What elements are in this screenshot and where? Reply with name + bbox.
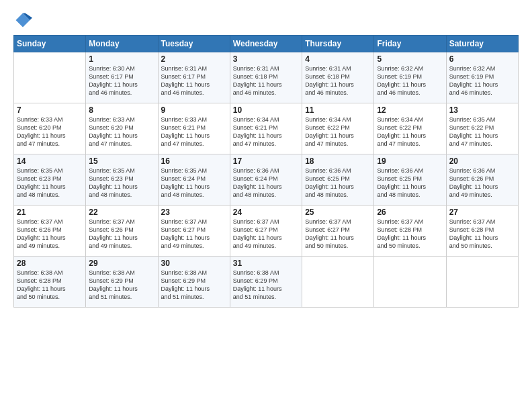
calendar-table: SundayMondayTuesdayWednesdayThursdayFrid…	[13, 35, 519, 308]
calendar-cell: 6Sunrise: 6:32 AM Sunset: 6:19 PM Daylig…	[446, 52, 518, 103]
day-info: Sunrise: 6:35 AM Sunset: 6:24 PM Dayligh…	[161, 167, 227, 199]
day-number: 16	[161, 156, 227, 166]
day-info: Sunrise: 6:31 AM Sunset: 6:18 PM Dayligh…	[233, 64, 299, 97]
calendar-cell: 22Sunrise: 6:37 AM Sunset: 6:26 PM Dayli…	[86, 205, 158, 257]
calendar-cell: 29Sunrise: 6:38 AM Sunset: 6:29 PM Dayli…	[86, 257, 158, 308]
week-row-1: 1Sunrise: 6:30 AM Sunset: 6:17 PM Daylig…	[14, 52, 519, 103]
calendar-cell: 12Sunrise: 6:34 AM Sunset: 6:22 PM Dayli…	[374, 103, 446, 154]
weekday-header-friday: Friday	[374, 36, 446, 52]
day-number: 27	[449, 208, 515, 217]
weekday-header-wednesday: Wednesday	[230, 36, 302, 52]
week-row-5: 28Sunrise: 6:38 AM Sunset: 6:28 PM Dayli…	[14, 257, 519, 308]
calendar-cell	[302, 257, 374, 308]
page: SundayMondayTuesdayWednesdayThursdayFrid…	[0, 0, 532, 411]
day-number: 23	[161, 208, 227, 217]
day-info: Sunrise: 6:30 AM Sunset: 6:17 PM Dayligh…	[89, 64, 154, 97]
day-number: 3	[233, 54, 299, 64]
weekday-header-thursday: Thursday	[302, 36, 374, 52]
week-row-2: 7Sunrise: 6:33 AM Sunset: 6:20 PM Daylig…	[14, 103, 519, 154]
calendar-cell: 16Sunrise: 6:35 AM Sunset: 6:24 PM Dayli…	[158, 154, 230, 205]
day-number: 11	[305, 105, 371, 115]
day-info: Sunrise: 6:33 AM Sunset: 6:21 PM Dayligh…	[161, 116, 227, 148]
calendar-cell: 25Sunrise: 6:37 AM Sunset: 6:27 PM Dayli…	[302, 205, 374, 257]
calendar-cell: 30Sunrise: 6:38 AM Sunset: 6:29 PM Dayli…	[158, 257, 230, 308]
header	[13, 11, 519, 30]
calendar-cell: 4Sunrise: 6:31 AM Sunset: 6:18 PM Daylig…	[302, 52, 374, 103]
day-number: 7	[17, 105, 83, 115]
day-info: Sunrise: 6:36 AM Sunset: 6:25 PM Dayligh…	[305, 167, 371, 199]
day-info: Sunrise: 6:36 AM Sunset: 6:24 PM Dayligh…	[233, 167, 299, 199]
calendar-cell: 1Sunrise: 6:30 AM Sunset: 6:17 PM Daylig…	[86, 52, 158, 103]
day-number: 4	[305, 54, 371, 64]
day-number: 31	[233, 259, 299, 268]
calendar-cell: 26Sunrise: 6:37 AM Sunset: 6:28 PM Dayli…	[374, 205, 446, 257]
day-info: Sunrise: 6:38 AM Sunset: 6:29 PM Dayligh…	[161, 269, 227, 302]
calendar-cell: 15Sunrise: 6:35 AM Sunset: 6:23 PM Dayli…	[86, 154, 158, 205]
calendar-cell: 20Sunrise: 6:36 AM Sunset: 6:26 PM Dayli…	[446, 154, 518, 205]
calendar-cell: 7Sunrise: 6:33 AM Sunset: 6:20 PM Daylig…	[14, 103, 86, 154]
day-number: 25	[305, 208, 371, 217]
day-info: Sunrise: 6:38 AM Sunset: 6:29 PM Dayligh…	[89, 269, 154, 302]
day-number: 17	[233, 156, 299, 166]
calendar-cell	[14, 52, 86, 103]
day-number: 24	[233, 208, 299, 217]
day-number: 15	[89, 156, 154, 166]
day-info: Sunrise: 6:34 AM Sunset: 6:21 PM Dayligh…	[233, 116, 299, 148]
logo	[13, 11, 35, 30]
day-number: 1	[89, 54, 154, 64]
calendar-cell: 2Sunrise: 6:31 AM Sunset: 6:17 PM Daylig…	[158, 52, 230, 103]
day-number: 8	[89, 105, 154, 115]
calendar-cell: 8Sunrise: 6:33 AM Sunset: 6:20 PM Daylig…	[86, 103, 158, 154]
calendar-cell: 19Sunrise: 6:36 AM Sunset: 6:25 PM Dayli…	[374, 154, 446, 205]
day-info: Sunrise: 6:36 AM Sunset: 6:26 PM Dayligh…	[449, 167, 515, 199]
day-number: 9	[161, 105, 227, 115]
day-number: 20	[449, 156, 515, 166]
day-info: Sunrise: 6:37 AM Sunset: 6:27 PM Dayligh…	[161, 218, 227, 250]
weekday-header-sunday: Sunday	[14, 36, 86, 52]
weekday-header-saturday: Saturday	[446, 36, 518, 52]
day-info: Sunrise: 6:37 AM Sunset: 6:28 PM Dayligh…	[377, 218, 443, 250]
week-row-4: 21Sunrise: 6:37 AM Sunset: 6:26 PM Dayli…	[14, 205, 519, 257]
day-info: Sunrise: 6:33 AM Sunset: 6:20 PM Dayligh…	[89, 116, 154, 148]
day-number: 19	[377, 156, 443, 166]
day-info: Sunrise: 6:38 AM Sunset: 6:29 PM Dayligh…	[233, 269, 299, 302]
day-info: Sunrise: 6:37 AM Sunset: 6:27 PM Dayligh…	[233, 218, 299, 250]
day-number: 5	[377, 54, 443, 64]
day-number: 6	[449, 54, 515, 64]
calendar-cell: 21Sunrise: 6:37 AM Sunset: 6:26 PM Dayli…	[14, 205, 86, 257]
calendar-cell: 9Sunrise: 6:33 AM Sunset: 6:21 PM Daylig…	[158, 103, 230, 154]
calendar-cell: 17Sunrise: 6:36 AM Sunset: 6:24 PM Dayli…	[230, 154, 302, 205]
day-info: Sunrise: 6:37 AM Sunset: 6:26 PM Dayligh…	[17, 218, 83, 250]
day-info: Sunrise: 6:31 AM Sunset: 6:17 PM Dayligh…	[161, 64, 227, 97]
weekday-header-monday: Monday	[86, 36, 158, 52]
day-info: Sunrise: 6:35 AM Sunset: 6:23 PM Dayligh…	[89, 167, 154, 199]
day-number: 26	[377, 208, 443, 217]
day-number: 12	[377, 105, 443, 115]
day-number: 21	[17, 208, 83, 217]
day-info: Sunrise: 6:35 AM Sunset: 6:23 PM Dayligh…	[17, 167, 83, 199]
logo-icon	[13, 11, 32, 30]
calendar-cell: 3Sunrise: 6:31 AM Sunset: 6:18 PM Daylig…	[230, 52, 302, 103]
weekday-header-tuesday: Tuesday	[158, 36, 230, 52]
day-info: Sunrise: 6:36 AM Sunset: 6:25 PM Dayligh…	[377, 167, 443, 199]
day-info: Sunrise: 6:31 AM Sunset: 6:18 PM Dayligh…	[305, 64, 371, 97]
day-number: 29	[89, 259, 154, 268]
day-info: Sunrise: 6:34 AM Sunset: 6:22 PM Dayligh…	[377, 116, 443, 148]
day-number: 2	[161, 54, 227, 64]
calendar-cell: 24Sunrise: 6:37 AM Sunset: 6:27 PM Dayli…	[230, 205, 302, 257]
day-info: Sunrise: 6:37 AM Sunset: 6:27 PM Dayligh…	[305, 218, 371, 250]
day-number: 18	[305, 156, 371, 166]
day-number: 28	[17, 259, 83, 268]
calendar-cell: 27Sunrise: 6:37 AM Sunset: 6:28 PM Dayli…	[446, 205, 518, 257]
day-info: Sunrise: 6:38 AM Sunset: 6:28 PM Dayligh…	[17, 269, 83, 302]
day-info: Sunrise: 6:33 AM Sunset: 6:20 PM Dayligh…	[17, 116, 83, 148]
day-number: 30	[161, 259, 227, 268]
calendar-cell: 23Sunrise: 6:37 AM Sunset: 6:27 PM Dayli…	[158, 205, 230, 257]
day-number: 10	[233, 105, 299, 115]
calendar-cell	[374, 257, 446, 308]
calendar-cell: 28Sunrise: 6:38 AM Sunset: 6:28 PM Dayli…	[14, 257, 86, 308]
day-info: Sunrise: 6:34 AM Sunset: 6:22 PM Dayligh…	[305, 116, 371, 148]
day-info: Sunrise: 6:37 AM Sunset: 6:26 PM Dayligh…	[89, 218, 154, 250]
calendar-cell: 18Sunrise: 6:36 AM Sunset: 6:25 PM Dayli…	[302, 154, 374, 205]
calendar-cell: 5Sunrise: 6:32 AM Sunset: 6:19 PM Daylig…	[374, 52, 446, 103]
